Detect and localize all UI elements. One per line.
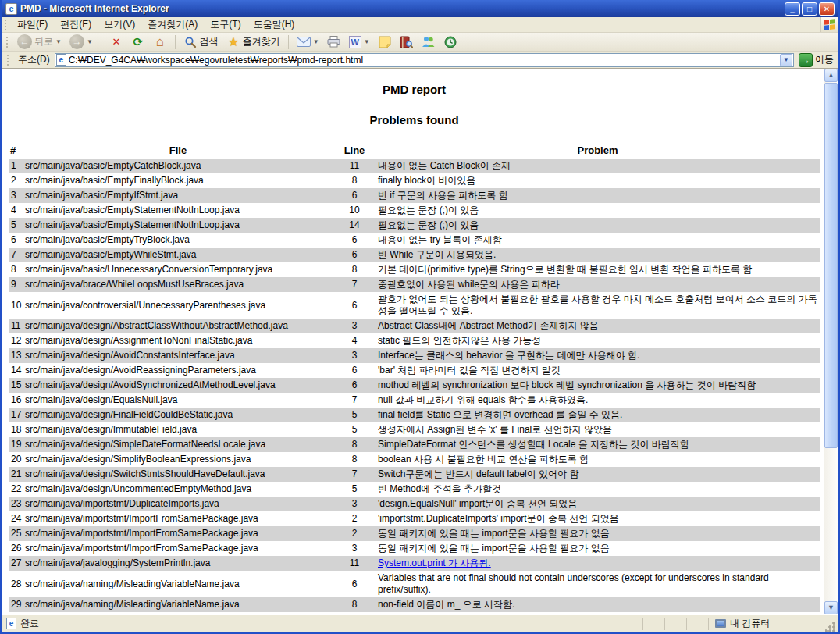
problem-cell: 기본 데이터(primitive type)를 String으로 변환할 때 불… <box>376 262 820 277</box>
file-cell: src/main/java/basic/EmptyFinallyBlock.ja… <box>23 173 333 188</box>
menu-help[interactable]: 도움말(H) <box>247 16 301 33</box>
print-button[interactable] <box>324 34 344 50</box>
table-row: 12 src/main/java/design/AssignmentToNonF… <box>9 333 820 348</box>
menu-favorites[interactable]: 즐겨찾기(A) <box>141 16 204 33</box>
address-input[interactable]: e C:₩DEV_G4CA₩workspace₩egovruletest₩rep… <box>55 53 794 67</box>
table-row: 26 src/main/java/importstmt/ImportFromSa… <box>9 541 820 556</box>
back-button[interactable]: ← 뒤로 ▼ <box>14 34 65 50</box>
problem-cell: 필요없는 문장 (;)이 있음 <box>376 218 820 233</box>
table-row: 4 src/main/java/basic/EmptyStatementNotI… <box>9 203 820 218</box>
stop-button[interactable]: ✕ <box>106 34 126 50</box>
row-number-cell: 22 <box>9 482 23 497</box>
vertical-scrollbar[interactable]: ▲ ▼ <box>824 69 838 614</box>
favorites-button[interactable]: ★ 즐겨찾기 <box>223 34 283 50</box>
file-cell: src/main/java/basic/EmptyStatementNotInL… <box>23 218 333 233</box>
status-pane <box>621 618 642 630</box>
research-button[interactable] <box>397 34 417 50</box>
scrollbar-track[interactable] <box>824 449 838 601</box>
resize-grip[interactable] <box>825 621 836 632</box>
go-arrow-icon: → <box>799 53 813 67</box>
edit-word-button[interactable]: W ▼ <box>346 35 373 49</box>
menu-view[interactable]: 보기(V) <box>98 16 141 33</box>
table-header-row: # File Line Problem <box>9 142 820 158</box>
mail-dropdown-icon[interactable]: ▼ <box>313 38 319 45</box>
line-cell: 7 <box>333 467 376 482</box>
line-cell: 3 <box>333 319 376 333</box>
pmd-report-page: PMD report Problems found # File Line Pr… <box>2 69 824 614</box>
security-zone-label: 내 컴퓨터 <box>730 617 770 630</box>
scroll-up-icon[interactable]: ▲ <box>824 69 838 82</box>
search-button[interactable]: 검색 <box>180 34 222 50</box>
mail-button[interactable]: ▼ <box>294 34 322 50</box>
file-cell: src/main/java/design/FinalFieldCouldBeSt… <box>23 408 333 422</box>
row-number-cell: 27 <box>9 556 23 571</box>
problem-cell: 'design.EqualsNull' import문이 중복 선언 되었음 <box>376 497 820 511</box>
file-cell: src/main/java/brace/WhileLoopsMustUseBra… <box>23 277 333 292</box>
row-number-cell: 18 <box>9 422 23 437</box>
menu-tools[interactable]: 도구(T) <box>204 16 247 33</box>
edit-dropdown-icon[interactable]: ▼ <box>364 38 370 45</box>
forward-button[interactable]: → ▼ <box>66 34 96 50</box>
home-icon: ⌂ <box>153 35 167 49</box>
row-number-cell: 20 <box>9 452 23 467</box>
table-row: 15 src/main/java/design/AvoidSynchronize… <box>9 378 820 393</box>
forward-dropdown-icon[interactable]: ▼ <box>87 38 93 45</box>
line-cell: 5 <box>333 408 376 422</box>
row-number-cell: 25 <box>9 526 23 541</box>
table-row: 7 src/main/java/basic/EmptyWhileStmt.jav… <box>9 248 820 262</box>
table-row: 24 src/main/java/importstmt/ImportFromSa… <box>9 511 820 526</box>
refresh-icon: ⟳ <box>131 35 145 49</box>
refresh-button[interactable]: ⟳ <box>128 34 148 50</box>
menu-edit[interactable]: 편집(E) <box>54 16 98 33</box>
row-number-cell: 26 <box>9 541 23 556</box>
problem-link[interactable]: System.out.print 가 사용됨. <box>378 557 491 568</box>
row-number-cell: 19 <box>9 437 23 452</box>
scrollbar-thumb[interactable] <box>824 83 838 448</box>
file-cell: src/main/java/importstmt/ImportFromSameP… <box>23 526 333 541</box>
print-icon <box>327 35 341 49</box>
table-row: 28 src/main/java/naming/MisleadingVariab… <box>9 571 820 597</box>
back-dropdown-icon[interactable]: ▼ <box>55 38 62 45</box>
table-row: 14 src/main/java/design/AvoidReassigning… <box>9 363 820 378</box>
file-cell: src/main/java/design/AvoidReassigningPar… <box>23 363 333 378</box>
go-button[interactable]: → 이동 <box>797 53 835 67</box>
mail-icon <box>297 35 311 49</box>
menu-file[interactable]: 파일(F) <box>11 16 54 33</box>
file-cell: src/main/java/basic/EmptyTryBlock.java <box>23 233 333 248</box>
file-cell: src/main/java/controversial/UnnecessaryP… <box>23 292 333 319</box>
file-cell: src/main/java/basic/EmptyStatementNotInL… <box>23 203 333 218</box>
media-button[interactable] <box>440 34 461 50</box>
security-zone-pane: 내 컴퓨터 <box>708 618 825 630</box>
line-cell: 14 <box>333 218 376 233</box>
problem-cell: 내용이 없는 try 블록이 존재함 <box>376 233 820 248</box>
problem-cell: null 값과 비교하기 위해 equals 함수를 사용하였음. <box>376 393 820 408</box>
row-number-cell: 17 <box>9 408 23 422</box>
scroll-down-icon[interactable]: ▼ <box>824 601 838 614</box>
status-text: 완료 <box>20 617 39 630</box>
file-cell: src/main/java/design/AbstractClassWithou… <box>23 319 333 333</box>
problem-cell: Interface는 클래스의 behavior 을 구현하는 데에만 사용해야… <box>376 348 820 363</box>
problem-cell: 생성자에서 Assign된 변수 'x' 를 Final로 선언하지 않았음 <box>376 422 820 437</box>
home-button[interactable]: ⌂ <box>150 34 170 50</box>
address-dropdown-icon[interactable]: ▼ <box>780 54 792 66</box>
notes-button[interactable] <box>375 34 395 50</box>
address-bar: 주소(D) e C:₩DEV_G4CA₩workspace₩egovrulete… <box>2 52 838 69</box>
line-cell: 4 <box>333 333 376 348</box>
file-cell: src/main/java/design/SwitchStmtsShouldHa… <box>23 467 333 482</box>
table-row: 13 src/main/java/design/AvoidConstantsIn… <box>9 348 820 363</box>
table-row: 23 src/main/java/importstmt/DuplicateImp… <box>9 497 820 511</box>
file-cell: src/main/java/design/ImmutableField.java <box>23 422 333 437</box>
maximize-button[interactable]: □ <box>802 2 817 16</box>
file-cell: src/main/java/basic/UnnecessaryConversio… <box>23 262 333 277</box>
line-cell: 6 <box>333 292 376 319</box>
close-button[interactable]: ✕ <box>819 2 835 16</box>
line-cell: 6 <box>333 188 376 203</box>
line-cell: 6 <box>333 571 376 597</box>
line-cell: 5 <box>333 422 376 437</box>
status-pane <box>686 618 708 630</box>
back-label: 뒤로 <box>34 35 53 48</box>
problem-cell: SimpleDateFormat 인스턴스를 생성할때 Locale 을 지정하… <box>376 437 820 452</box>
messenger-button[interactable] <box>418 34 439 50</box>
minimize-button[interactable]: _ <box>785 2 800 16</box>
menu-gripper <box>5 20 9 30</box>
